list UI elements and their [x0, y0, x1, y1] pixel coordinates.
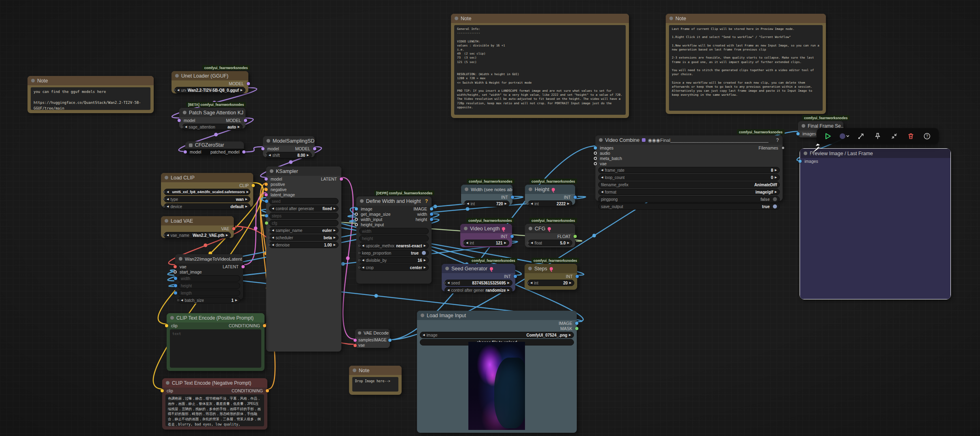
prev-arrow-icon[interactable]: ◀ — [177, 88, 179, 92]
note-drop-image[interactable]: Note Drop Image here--> — [349, 366, 402, 395]
model-input-slot[interactable] — [265, 177, 268, 181]
next-arrow-icon[interactable]: ▶ — [235, 299, 237, 302]
control-after-generate-widget[interactable]: ◀control after generaterandomize▶ — [444, 287, 512, 293]
prev-arrow-icon[interactable]: ◀ — [272, 243, 274, 246]
next-arrow-icon[interactable]: ▶ — [246, 190, 248, 194]
pingpong-toggle[interactable]: pingpongfalse — [598, 196, 780, 202]
note-last-frame-info[interactable]: Note Last Frame of current Clip will be … — [666, 14, 826, 114]
collapse-dot[interactable] — [175, 74, 179, 78]
collapse-dot[interactable] — [445, 267, 449, 270]
conditioning-output-slot[interactable] — [266, 389, 269, 392]
help-icon[interactable]: ? — [425, 198, 428, 204]
collapse-dot[interactable] — [464, 227, 468, 230]
pin-button[interactable] — [872, 130, 884, 142]
prev-arrow-icon[interactable]: ◀ — [601, 176, 603, 179]
denoise-widget[interactable]: ◀denoise1.00▶ — [269, 242, 339, 248]
prev-arrow-icon[interactable]: ◀ — [272, 207, 274, 210]
batch-size-widget[interactable]: ◀batch_size1▶ — [178, 297, 240, 303]
widget-input-slot[interactable] — [444, 282, 446, 284]
widget-input-slot[interactable] — [358, 267, 360, 269]
collapse-dot[interactable] — [270, 169, 273, 173]
image-output-slot[interactable] — [430, 207, 433, 211]
next-arrow-icon[interactable]: ▶ — [238, 125, 240, 128]
int-output-slot[interactable] — [576, 275, 579, 278]
node-preview-image-last-frame[interactable]: Preview Image / Last Frame images — [800, 149, 950, 299]
positive-input-slot[interactable] — [265, 183, 268, 186]
collapse-dot[interactable] — [353, 369, 356, 372]
collapse-dot[interactable] — [804, 152, 807, 155]
collapse-dot[interactable] — [31, 79, 35, 82]
next-arrow-icon[interactable]: ▶ — [567, 241, 569, 244]
prev-arrow-icon[interactable]: ◀ — [272, 236, 274, 239]
node-load-image-input[interactable]: Load Image Input IMAGE MASK ◀imageComfyU… — [417, 311, 577, 433]
note-gguf-models[interactable]: Note you can find the gguf models here h… — [28, 76, 154, 113]
image-output-slot[interactable] — [575, 322, 578, 325]
node-unet-loader-gguf[interactable]: Unet Loader (GGUF) MODEL ◀une ...Wan2.2-… — [171, 71, 248, 93]
node-clip-text-encode-negative[interactable]: CLIP Text Encode (Negative Prompt) clipC… — [162, 378, 267, 430]
int-output-slot[interactable] — [514, 275, 517, 278]
vae-input-slot[interactable] — [174, 265, 177, 268]
length-input-slot[interactable] — [174, 291, 177, 295]
negative-input-slot[interactable] — [265, 188, 268, 191]
frame-rate-widget[interactable]: ◀frame_rate8▶ — [598, 167, 780, 173]
prev-arrow-icon[interactable]: ◀ — [362, 266, 364, 269]
next-arrow-icon[interactable]: ▶ — [567, 202, 569, 205]
widget-input-slot[interactable] — [174, 89, 176, 91]
int-widget[interactable]: ◀int121▶ — [463, 240, 509, 246]
model-input-slot[interactable] — [184, 150, 187, 154]
node-clip-text-encode-positive[interactable]: CLIP Text Encode (Positive Prompt) clipC… — [167, 313, 265, 371]
widget-input-slot[interactable] — [527, 242, 529, 244]
widget-input-slot[interactable] — [358, 259, 360, 261]
conditioning-output-slot[interactable] — [263, 324, 266, 327]
int-widget[interactable]: ◀int2222▶ — [528, 200, 572, 207]
prev-arrow-icon[interactable]: ◀ — [269, 154, 271, 157]
mask-output-slot[interactable] — [575, 327, 578, 330]
collapse-dot[interactable] — [529, 187, 532, 191]
prompt-textarea[interactable]: text — [170, 329, 261, 368]
prev-arrow-icon[interactable]: ◀ — [601, 190, 603, 194]
widget-input-slot[interactable] — [268, 230, 270, 232]
node-vae-decode[interactable]: VAE Decode samplesIMAGE vae — [355, 329, 390, 348]
selection-toolbar[interactable]: ? — [817, 128, 939, 144]
next-arrow-icon[interactable]: ▶ — [334, 236, 336, 239]
node-height-int[interactable]: Height INT ◀int2222▶ — [525, 185, 575, 205]
collapse-dot[interactable] — [599, 138, 603, 142]
collapse-dot[interactable] — [179, 257, 182, 261]
next-arrow-icon[interactable]: ▶ — [569, 281, 571, 284]
latent-output-slot[interactable] — [241, 265, 245, 268]
node-define-width-height[interactable]: Define Width and Height? imageIMAGE get_… — [356, 196, 432, 284]
collapse-dot[interactable] — [465, 187, 468, 191]
next-arrow-icon[interactable]: ▶ — [307, 154, 309, 157]
filename-prefix-widget[interactable]: filename_prefixAnimateDiff — [598, 181, 780, 188]
audio-input-slot[interactable] — [594, 152, 597, 155]
delete-button[interactable] — [905, 130, 917, 142]
prev-arrow-icon[interactable]: ◀ — [531, 241, 533, 244]
widget-input-slot[interactable] — [462, 242, 464, 244]
keep-proportion-toggle[interactable]: keep_proportiontrue — [359, 250, 429, 256]
node-steps-int[interactable]: Steps INT ◀int20▶ — [525, 264, 577, 290]
get-image-size-input-slot[interactable] — [355, 213, 358, 216]
note-text[interactable]: Drop Image here--> — [352, 377, 398, 392]
widget-input-slot[interactable] — [177, 299, 179, 301]
next-arrow-icon[interactable]: ▶ — [334, 207, 336, 210]
latent-output-slot[interactable] — [340, 177, 343, 181]
collapse-dot[interactable] — [165, 176, 168, 179]
color-picker-button[interactable] — [838, 130, 851, 142]
help-button[interactable]: ? — [921, 130, 933, 142]
next-arrow-icon[interactable]: ▶ — [508, 281, 510, 284]
next-arrow-icon[interactable]: ▶ — [569, 333, 571, 337]
collapse-dot[interactable] — [189, 143, 193, 147]
clip-input-slot[interactable] — [165, 324, 168, 327]
prev-arrow-icon[interactable]: ◀ — [467, 202, 469, 205]
widget-input-slot[interactable] — [163, 191, 165, 193]
int-widget[interactable]: ◀int720▶ — [464, 200, 510, 207]
collapse-dot[interactable] — [358, 331, 361, 335]
images-input-slot[interactable] — [798, 160, 802, 163]
next-arrow-icon[interactable]: ▶ — [334, 229, 336, 232]
next-arrow-icon[interactable]: ▶ — [775, 169, 777, 172]
node-seed-generator[interactable]: Seed Generator INT ◀seed837453615325695▶… — [442, 264, 515, 291]
vae-input-slot[interactable] — [594, 162, 597, 165]
toggle-dot[interactable] — [773, 204, 777, 209]
model-output-slot[interactable] — [247, 82, 250, 85]
widget-input-slot[interactable] — [163, 206, 165, 208]
